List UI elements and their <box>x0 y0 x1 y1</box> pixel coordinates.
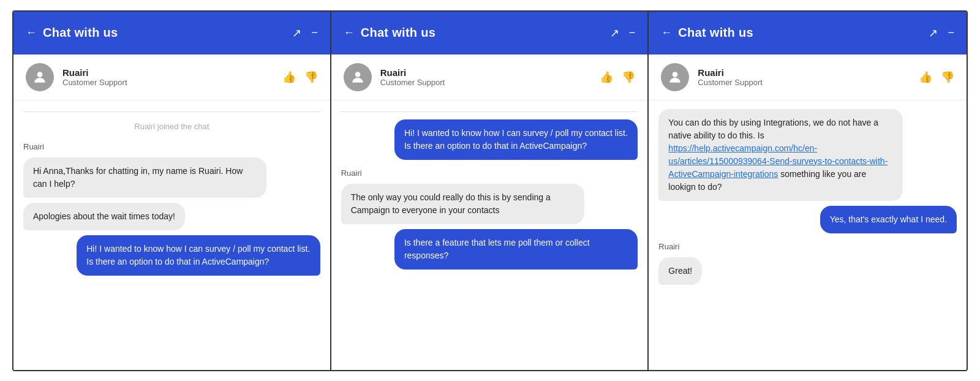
user-msg-wrapper-2a: ✓ Hi! I wanted to know how I can survey … <box>341 119 638 160</box>
back-icon-1[interactable]: ← <box>26 26 37 39</box>
agent-role-1: Customer Support <box>62 78 274 87</box>
chat-header-3: ← Chat with us ↗ − <box>649 12 967 55</box>
system-msg-1: Ruairi joined the chat <box>23 122 320 131</box>
bubble-agent-2a: The only way you could really do this is… <box>341 184 584 224</box>
avatar-2 <box>344 63 372 91</box>
svg-point-2 <box>673 72 678 77</box>
agent-actions-1: 👍 👎 <box>282 70 318 84</box>
back-icon-2[interactable]: ← <box>344 26 355 39</box>
link-3[interactable]: https://help.activecampaign.com/hc/en-us… <box>668 143 888 179</box>
chat-body-1: Ruairi joined the chat Ruairi Hi Anna,Th… <box>13 100 330 370</box>
agent-bar-2: Ruairi Customer Support 👍 👎 <box>331 55 648 100</box>
agent-info-3: Ruairi Customer Support <box>698 67 910 87</box>
header-right-3: ↗ − <box>929 26 954 40</box>
header-title-2: Chat with us <box>361 26 436 40</box>
agent-bar-3: Ruairi Customer Support 👍 👎 <box>649 55 967 100</box>
check-3a: ✓ <box>808 225 814 233</box>
check-2a: ✓ <box>382 151 388 160</box>
chat-body-container-3: You can do this by using Integrations, w… <box>649 100 967 370</box>
check-1: ✓ <box>64 267 70 276</box>
chat-body-2: ✓ Hi! I wanted to know how I can survey … <box>331 100 648 370</box>
agent-name-2: Ruairi <box>380 67 592 78</box>
agent-info-2: Ruairi Customer Support <box>380 67 592 87</box>
user-msg-wrapper-2b: ✓ Is there a feature that lets me poll t… <box>341 229 638 270</box>
sender-label-2: Ruairi <box>341 168 638 178</box>
chat-header-2: ← Chat with us ↗ − <box>331 12 648 55</box>
chat-body-container-2: ✓ Hi! I wanted to know how I can survey … <box>331 100 648 370</box>
avatar-3 <box>661 63 689 91</box>
minimize-icon-2[interactable]: − <box>629 26 636 39</box>
header-left-1: ← Chat with us <box>26 26 118 40</box>
agent-info-1: Ruairi Customer Support <box>62 67 274 87</box>
thumbs-down-2[interactable]: 👎 <box>622 70 635 84</box>
header-left-2: ← Chat with us <box>344 26 436 40</box>
thumbs-down-1[interactable]: 👎 <box>304 70 318 84</box>
header-title-1: Chat with us <box>43 26 118 40</box>
agent-role-2: Customer Support <box>380 78 592 87</box>
chat-body-container-1: Ruairi joined the chat Ruairi Hi Anna,Th… <box>13 100 330 370</box>
thumbs-up-1[interactable]: 👍 <box>282 70 296 84</box>
bubble-agent-1b: Apologies about the wait times today! <box>23 203 185 230</box>
bubble-user-3a: Yes, that's exactly what I need. <box>820 206 957 233</box>
agent-actions-3: 👍 👎 <box>919 70 954 84</box>
bubble-user-2b: Is there a feature that lets me poll the… <box>394 229 638 270</box>
agent-bar-1: Ruairi Customer Support 👍 👎 <box>13 55 330 100</box>
bubble-agent-3a: You can do this by using Integrations, w… <box>658 109 903 201</box>
header-right-2: ↗ − <box>610 26 636 40</box>
user-msg-wrapper-1: ✓ Hi! I wanted to know how I can survey … <box>23 235 320 276</box>
thumbs-down-3[interactable]: 👎 <box>941 70 954 84</box>
bubble-agent-1a: Hi Anna,Thanks for chatting in, my name … <box>23 157 266 198</box>
sender-label-1: Ruairi <box>23 142 320 151</box>
user-msg-wrapper-3a: ✓ Yes, that's exactly what I need. <box>658 206 957 233</box>
expand-icon-2[interactable]: ↗ <box>610 26 619 40</box>
check-2b: ✓ <box>382 261 388 270</box>
avatar-1 <box>26 63 54 91</box>
bubble-user-2a: Hi! I wanted to know how I can survey / … <box>394 119 638 160</box>
chat-body-3: You can do this by using Integrations, w… <box>649 100 967 370</box>
agent-name-1: Ruairi <box>62 67 274 78</box>
svg-point-0 <box>37 72 43 77</box>
chat-window-1: ← Chat with us ↗ − Ruairi Customer Suppo… <box>13 12 331 370</box>
back-icon-3[interactable]: ← <box>661 26 672 39</box>
agent-name-3: Ruairi <box>698 67 910 78</box>
chat-window-3: ← Chat with us ↗ − Ruairi Customer Suppo… <box>649 12 967 370</box>
expand-icon-3[interactable]: ↗ <box>929 26 938 40</box>
chat-window-2: ← Chat with us ↗ − Ruairi Customer Suppo… <box>331 12 649 370</box>
chat-windows-container: ← Chat with us ↗ − Ruairi Customer Suppo… <box>12 10 968 371</box>
thumbs-up-2[interactable]: 👍 <box>600 70 613 84</box>
minimize-icon-1[interactable]: − <box>311 26 318 39</box>
sender-label-3: Ruairi <box>658 242 957 251</box>
header-right-1: ↗ − <box>292 26 318 40</box>
header-title-3: Chat with us <box>678 26 753 40</box>
header-left-3: ← Chat with us <box>661 26 753 40</box>
thumbs-up-3[interactable]: 👍 <box>919 70 932 84</box>
bubble-user-1: Hi! I wanted to know how I can survey / … <box>77 235 320 276</box>
minimize-icon-3[interactable]: − <box>948 26 954 39</box>
chat-header-1: ← Chat with us ↗ − <box>13 12 330 55</box>
bubble-agent-3b: Great! <box>658 257 702 285</box>
svg-point-1 <box>355 72 360 77</box>
agent-role-3: Customer Support <box>698 78 910 87</box>
expand-icon-1[interactable]: ↗ <box>292 26 301 40</box>
agent-actions-2: 👍 👎 <box>600 70 635 84</box>
